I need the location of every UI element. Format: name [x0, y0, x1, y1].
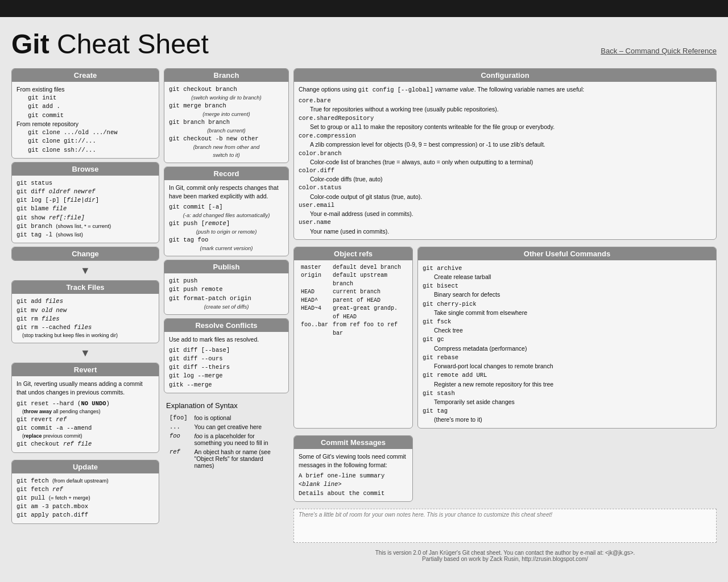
resolve-box: Resolve Conflicts Use add to mark files …: [164, 318, 289, 393]
change-header: Change: [12, 247, 159, 260]
syntax-row-optional: [foo] foo is optional: [166, 413, 287, 422]
page-title: Git Cheat Sheet: [11, 28, 209, 60]
syntax-row-foo: foo foo is a placeholder for something y…: [166, 431, 287, 447]
resolve-body: Use add to mark files as resolved. git d…: [164, 332, 288, 393]
change-box: Change: [11, 247, 159, 261]
record-header: Record: [164, 167, 288, 180]
object-refs-table: masterdefault devel branch origindefault…: [299, 264, 408, 338]
syntax-row-ellipsis: ... You can get creative here: [166, 422, 287, 431]
commit-messages-box: Commit Messages Some of Git's viewing to…: [293, 435, 413, 502]
browse-box: Browse git status git diff oldref newref…: [11, 162, 159, 244]
branch-body: git checkout branch (switch working dir …: [164, 82, 288, 163]
configuration-box: Configuration Change options using git c…: [293, 68, 717, 240]
obj-row: foo..barfrom ref foo to ref bar: [299, 321, 408, 338]
title-bar: Git Cheat Sheet Back – Command Quick Ref…: [11, 28, 717, 60]
object-refs-header: Object refs: [294, 247, 412, 260]
arrow-down-1: ▼: [11, 265, 159, 276]
obj-row: masterdefault devel branch: [299, 264, 408, 272]
other-useful-header: Other Useful Commands: [418, 247, 716, 260]
track-files-box: Track Files git add files git mv old new…: [11, 280, 159, 343]
browse-header: Browse: [12, 163, 159, 176]
back-link[interactable]: Back – Command Quick Reference: [601, 47, 717, 55]
create-header: Create: [12, 69, 159, 82]
resolve-header: Resolve Conflicts: [164, 319, 288, 332]
right-column: Configuration Change options using git c…: [293, 68, 717, 567]
other-useful-body: git archive Create release tarball git b…: [418, 260, 716, 428]
notes-area[interactable]: There's a little bit of room for your ow…: [293, 509, 717, 543]
revert-header: Revert: [12, 363, 159, 376]
notes-column: [417, 435, 717, 502]
object-refs-body: masterdefault devel branch origindefault…: [294, 260, 412, 342]
record-box: Record In Git, commit only respects chan…: [164, 167, 289, 256]
syntax-row-ref: ref An object hash or name (see "Object …: [166, 447, 287, 470]
update-body: git fetch (from default upstream) git fe…: [12, 473, 159, 523]
configuration-body: Change options using git config [--globa…: [294, 82, 716, 239]
object-refs-box: Object refs masterdefault devel branch o…: [293, 247, 413, 429]
notes-placeholder: There's a little bit of room for your ow…: [299, 512, 552, 518]
obj-row: HEAD^parent of HEAD: [299, 297, 408, 305]
revert-box: Revert In Git, reverting usually means a…: [11, 363, 159, 452]
footer: This is version 2.0 of Jan Krüger's Git …: [293, 550, 717, 567]
update-header: Update: [12, 460, 159, 473]
syntax-section: Explanation of Syntax [foo] foo is optio…: [164, 401, 289, 470]
publish-header: Publish: [164, 260, 288, 273]
left-column: Create From existing files git init git …: [11, 68, 159, 524]
syntax-title: Explanation of Syntax: [166, 401, 287, 410]
record-body: In Git, commit only respects changes tha…: [164, 180, 288, 256]
browse-body: git status git diff oldref newref git lo…: [12, 176, 159, 243]
commit-messages-header: Commit Messages: [294, 436, 412, 449]
revert-body: In Git, reverting usually means adding a…: [12, 376, 159, 452]
page: Git Cheat Sheet Back – Command Quick Ref…: [0, 0, 728, 582]
main-columns: Create From existing files git init git …: [11, 68, 717, 567]
bottom-row: Object refs masterdefault devel branch o…: [293, 247, 717, 429]
obj-row: HEADcurrent branch: [299, 288, 408, 297]
create-body: From existing files git init git add . g…: [12, 82, 159, 158]
publish-body: git push git push remote git format-patc…: [164, 273, 288, 314]
track-files-header: Track Files: [12, 281, 159, 294]
track-files-body: git add files git mv old new git rm file…: [12, 294, 159, 343]
other-useful-box: Other Useful Commands git archive Create…: [417, 247, 717, 429]
update-box: Update git fetch (from default upstream)…: [11, 460, 159, 524]
obj-row: origindefault upstream branch: [299, 272, 408, 288]
commit-messages-body: Some of Git's viewing tools need commit …: [294, 449, 412, 501]
top-bar: [0, 0, 728, 17]
syntax-table: [foo] foo is optional ... You can get cr…: [166, 413, 287, 470]
obj-row: HEAD~4great-great grandp. of HEAD: [299, 305, 408, 321]
branch-header: Branch: [164, 69, 288, 82]
mid-column: Branch git checkout branch (switch worki…: [164, 68, 289, 470]
configuration-header: Configuration: [294, 69, 716, 82]
create-box: Create From existing files git init git …: [11, 68, 159, 159]
publish-box: Publish git push git push remote git for…: [164, 260, 289, 314]
bottom-row2: Commit Messages Some of Git's viewing to…: [293, 435, 717, 502]
branch-box: Branch git checkout branch (switch worki…: [164, 68, 289, 163]
arrow-down-2: ▼: [11, 348, 159, 358]
